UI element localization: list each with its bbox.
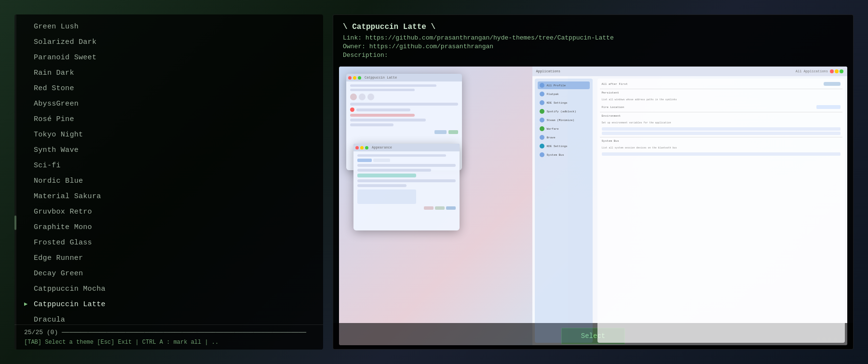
mock-tab xyxy=(357,159,372,162)
mock-sidebar-item-6: Brave xyxy=(538,134,590,141)
theme-item-catppuccin-latte[interactable]: Catppuccin Latte xyxy=(14,297,323,312)
mock-titlebar-2: Appearance xyxy=(353,144,460,151)
count-text: 25/25 (0) xyxy=(24,329,58,336)
theme-item-red-stone[interactable]: Red Stone xyxy=(14,81,323,96)
mock-left-area: Catppuccin Latte xyxy=(339,67,532,345)
mock-divider xyxy=(600,89,842,89)
mock-line xyxy=(357,179,456,182)
mock-nav xyxy=(350,94,458,100)
progress-line: ────────────────────────────────────────… xyxy=(62,329,306,336)
mock-line xyxy=(356,108,410,111)
mock-content-row: Set up environment variables for the app… xyxy=(600,121,842,125)
theme-item-green-lush[interactable]: Green Lush xyxy=(14,19,323,35)
mock-window-2: Appearance xyxy=(353,144,460,230)
mock-sidebar-item-2: KDE Settings xyxy=(538,99,590,107)
mock-content-row: Environment xyxy=(600,113,842,119)
theme-item-gruvbox-retro[interactable]: Gruvbox Retro xyxy=(14,204,323,220)
mock-sidebar-dot xyxy=(540,92,544,96)
radio-dot xyxy=(350,108,354,112)
theme-item-tokyo-night[interactable]: Tokyo Night xyxy=(14,127,323,143)
window2-title-text: Appearance xyxy=(372,146,458,149)
mock-sidebar-item-4: Steam (Minimize) xyxy=(538,116,590,124)
theme-item-catppuccin-mocha[interactable]: Catppuccin Mocha xyxy=(14,282,323,297)
mock-titlebar-1: Catppuccin Latte xyxy=(346,74,462,81)
right-panel: \ Catppuccin Latte \ Link: https://githu… xyxy=(333,14,854,350)
left-panel: Green LushSolarized DarkParanoid SweetRa… xyxy=(14,14,323,350)
mock-btn xyxy=(434,130,447,134)
theme-item-decay-green[interactable]: Decay Green xyxy=(14,266,323,282)
mock-content-row: System Bus xyxy=(600,138,842,144)
mock-line xyxy=(357,169,431,172)
mock-sidebar-dot xyxy=(540,109,544,114)
mock-app-sidebar: All ProfileFlatpakKDE SettingsSpotify (a… xyxy=(535,79,593,343)
preview-header: \ Catppuccin Latte \ Link: https://githu… xyxy=(333,15,853,63)
theme-item-edge-runner[interactable]: Edge Runner xyxy=(14,251,323,266)
window-title-text: Catppuccin Latte xyxy=(365,76,460,80)
mock-nav-dot xyxy=(359,94,366,100)
theme-item-synth-wave[interactable]: Synth Wave xyxy=(14,143,323,158)
theme-item-sci-fi[interactable]: Sci-fi xyxy=(14,158,323,174)
status-help: [TAB] Select a theme [Esc] Exit | CTRL A… xyxy=(24,339,313,346)
theme-list: Green LushSolarized DarkParanoid SweetRa… xyxy=(14,14,323,324)
mock-btns xyxy=(357,206,456,210)
preview-link: Link: https://github.com/prasanthrangan/… xyxy=(343,34,843,41)
mock-env-vars xyxy=(600,127,842,135)
mock-app-titlebar: Applications All Applications xyxy=(532,67,847,76)
mock-right-area: Applications All Applications All Profil… xyxy=(532,67,847,345)
mock-line xyxy=(350,84,436,87)
mock-divider xyxy=(600,112,842,112)
main-container: Green LushSolarized DarkParanoid SweetRa… xyxy=(0,0,868,364)
theme-item-rain-dark[interactable]: Rain Dark xyxy=(14,66,323,81)
theme-item-paranoid-sweet[interactable]: Paranoid Sweet xyxy=(14,50,323,66)
mock-btn xyxy=(424,206,434,210)
mock-sidebar-dot xyxy=(540,118,544,122)
win-btn-min xyxy=(835,69,839,73)
mock-sidebar-item-8: System Bus xyxy=(538,151,590,159)
mock-bus-row xyxy=(602,152,841,156)
mock-content-row: List all system session devices on the b… xyxy=(600,146,842,150)
mock-tabs xyxy=(357,159,456,162)
close-dot xyxy=(348,76,352,80)
theme-item-material-sakura[interactable]: Material Sakura xyxy=(14,189,323,204)
mock-nav-dot xyxy=(367,94,374,100)
mock-sidebar-dot xyxy=(540,100,544,105)
mock-sidebar-item-3: Spotify (adblock) xyxy=(538,108,590,115)
mock-preview-box xyxy=(357,189,416,204)
theme-item-dracula[interactable]: Dracula xyxy=(14,312,323,324)
mock-input xyxy=(824,82,841,86)
mock-content-row: Persistent xyxy=(600,90,842,95)
mock-app-subtitle: All Applications xyxy=(796,69,828,73)
mock-btn xyxy=(446,206,456,210)
mock-row xyxy=(350,108,458,112)
mock-app-main: All after First Persistent List all wind… xyxy=(597,79,845,343)
status-count: 25/25 (0) ──────────────────────────────… xyxy=(24,329,313,336)
theme-item-frosted-glass[interactable]: Frosted Glass xyxy=(14,235,323,251)
link-url: https://github.com/prasanthrangan/hyde-t… xyxy=(366,34,614,41)
preview-desc: Description: xyxy=(343,52,843,59)
theme-item-graphite-mono[interactable]: Graphite Mono xyxy=(14,220,323,235)
mock-btn xyxy=(435,206,445,210)
win-btn-close xyxy=(830,69,834,73)
theme-item-abyss-green[interactable]: AbyssGreen xyxy=(14,96,323,112)
mock-app-body: All ProfileFlatpakKDE SettingsSpotify (a… xyxy=(532,76,847,345)
mock-btn xyxy=(448,130,458,134)
mock-sidebar-dot xyxy=(540,83,544,88)
theme-item-nordic-blue[interactable]: Nordic Blue xyxy=(14,174,323,189)
mock-sidebar-item-7: KDE Settings xyxy=(538,142,590,150)
mock-divider xyxy=(600,137,842,137)
max-dot-2 xyxy=(365,146,368,149)
mock-sidebar-item-0: All Profile xyxy=(538,81,590,89)
preview-image-container: Catppuccin Latte xyxy=(339,67,847,345)
preview-owner: Owner: https://github.com/prasanthrangan xyxy=(343,43,843,50)
mock-line xyxy=(350,89,415,91)
mock-env-row xyxy=(602,127,841,131)
mock-line xyxy=(350,123,393,126)
mock-input xyxy=(816,105,841,109)
min-dot-2 xyxy=(360,146,364,149)
min-dot xyxy=(353,76,356,80)
mock-line-accent xyxy=(350,114,415,117)
link-label: Link: xyxy=(343,34,362,41)
mock-line xyxy=(357,184,407,187)
theme-item-solarized-dark[interactable]: Solarized Dark xyxy=(14,35,323,50)
theme-item-rose-pine[interactable]: Rosé Pine xyxy=(14,112,323,127)
